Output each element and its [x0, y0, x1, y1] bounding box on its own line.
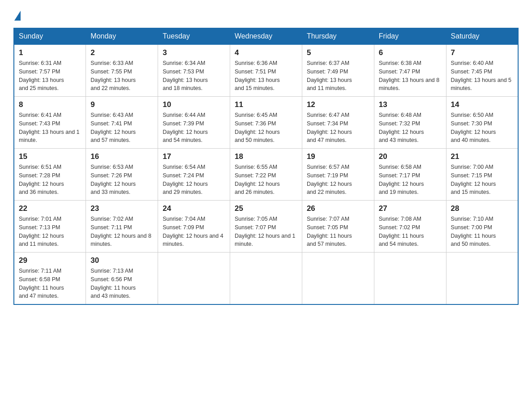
calendar-cell: 27Sunrise: 7:08 AMSunset: 7:02 PMDayligh…	[374, 201, 446, 253]
calendar-cell: 18Sunrise: 6:55 AMSunset: 7:22 PMDayligh…	[230, 149, 302, 201]
day-info: Sunrise: 6:43 AMSunset: 7:41 PMDaylight:…	[90, 111, 153, 145]
day-number: 2	[90, 48, 153, 57]
logo-triangle-icon	[14, 11, 21, 21]
calendar-cell: 2Sunrise: 6:33 AMSunset: 7:55 PMDaylight…	[86, 44, 158, 97]
week-row-1: 1Sunrise: 6:31 AMSunset: 7:57 PMDaylight…	[14, 44, 518, 97]
day-number: 21	[451, 152, 513, 161]
calendar-cell: 21Sunrise: 7:00 AMSunset: 7:15 PMDayligh…	[446, 149, 518, 201]
day-info: Sunrise: 7:13 AMSunset: 6:56 PMDaylight:…	[90, 267, 153, 300]
calendar-cell: 11Sunrise: 6:45 AMSunset: 7:36 PMDayligh…	[230, 97, 302, 149]
day-info: Sunrise: 6:54 AMSunset: 7:24 PMDaylight:…	[163, 163, 225, 197]
day-info: Sunrise: 6:33 AMSunset: 7:55 PMDaylight:…	[90, 59, 153, 93]
day-info: Sunrise: 6:48 AMSunset: 7:32 PMDaylight:…	[379, 111, 442, 145]
day-number: 10	[163, 100, 225, 109]
day-info: Sunrise: 6:41 AMSunset: 7:43 PMDaylight:…	[19, 111, 81, 145]
day-number: 4	[235, 48, 297, 57]
calendar-cell: 30Sunrise: 7:13 AMSunset: 6:56 PMDayligh…	[86, 253, 158, 305]
day-number: 25	[235, 204, 297, 213]
day-info: Sunrise: 6:31 AMSunset: 7:57 PMDaylight:…	[19, 59, 81, 93]
calendar-cell: 1Sunrise: 6:31 AMSunset: 7:57 PMDaylight…	[14, 44, 86, 97]
day-number: 20	[379, 152, 442, 161]
calendar-cell: 23Sunrise: 7:02 AMSunset: 7:11 PMDayligh…	[86, 201, 158, 253]
calendar-cell: 15Sunrise: 6:51 AMSunset: 7:28 PMDayligh…	[14, 149, 86, 201]
day-number: 23	[90, 204, 153, 213]
calendar-table: SundayMondayTuesdayWednesdayThursdayFrid…	[13, 28, 519, 305]
day-number: 14	[451, 100, 513, 109]
calendar-cell: 14Sunrise: 6:50 AMSunset: 7:30 PMDayligh…	[446, 97, 518, 149]
day-number: 18	[235, 152, 297, 161]
week-row-4: 22Sunrise: 7:01 AMSunset: 7:13 PMDayligh…	[14, 201, 518, 253]
calendar-cell: 6Sunrise: 6:38 AMSunset: 7:47 PMDaylight…	[374, 44, 446, 97]
day-number: 6	[379, 48, 442, 57]
days-header-row: SundayMondayTuesdayWednesdayThursdayFrid…	[14, 28, 518, 44]
day-info: Sunrise: 6:47 AMSunset: 7:34 PMDaylight:…	[307, 111, 369, 145]
day-info: Sunrise: 6:40 AMSunset: 7:45 PMDaylight:…	[451, 59, 513, 93]
calendar-cell	[230, 253, 302, 305]
day-number: 26	[307, 204, 369, 213]
day-number: 30	[90, 256, 153, 265]
day-info: Sunrise: 6:51 AMSunset: 7:28 PMDaylight:…	[19, 163, 81, 197]
day-info: Sunrise: 7:05 AMSunset: 7:07 PMDaylight:…	[235, 215, 297, 248]
calendar-cell	[302, 253, 374, 305]
day-number: 9	[90, 100, 153, 109]
calendar-cell: 10Sunrise: 6:44 AMSunset: 7:39 PMDayligh…	[158, 97, 230, 149]
week-row-2: 8Sunrise: 6:41 AMSunset: 7:43 PMDaylight…	[14, 97, 518, 149]
day-info: Sunrise: 6:34 AMSunset: 7:53 PMDaylight:…	[163, 59, 225, 93]
calendar-cell: 25Sunrise: 7:05 AMSunset: 7:07 PMDayligh…	[230, 201, 302, 253]
day-info: Sunrise: 6:53 AMSunset: 7:26 PMDaylight:…	[90, 163, 153, 197]
week-row-5: 29Sunrise: 7:11 AMSunset: 6:58 PMDayligh…	[14, 253, 518, 305]
calendar-cell: 5Sunrise: 6:37 AMSunset: 7:49 PMDaylight…	[302, 44, 374, 97]
calendar-cell: 29Sunrise: 7:11 AMSunset: 6:58 PMDayligh…	[14, 253, 86, 305]
calendar-cell: 12Sunrise: 6:47 AMSunset: 7:34 PMDayligh…	[302, 97, 374, 149]
calendar-cell: 4Sunrise: 6:36 AMSunset: 7:51 PMDaylight…	[230, 44, 302, 97]
day-info: Sunrise: 7:04 AMSunset: 7:09 PMDaylight:…	[163, 215, 225, 248]
calendar-cell	[374, 253, 446, 305]
day-info: Sunrise: 6:50 AMSunset: 7:30 PMDaylight:…	[451, 111, 513, 145]
day-info: Sunrise: 6:55 AMSunset: 7:22 PMDaylight:…	[235, 163, 297, 197]
day-info: Sunrise: 7:07 AMSunset: 7:05 PMDaylight:…	[307, 215, 369, 248]
day-number: 22	[19, 204, 81, 213]
day-info: Sunrise: 6:37 AMSunset: 7:49 PMDaylight:…	[307, 59, 369, 93]
day-info: Sunrise: 7:00 AMSunset: 7:15 PMDaylight:…	[451, 163, 513, 197]
week-row-3: 15Sunrise: 6:51 AMSunset: 7:28 PMDayligh…	[14, 149, 518, 201]
day-number: 5	[307, 48, 369, 57]
page-header	[13, 9, 519, 20]
calendar-cell: 8Sunrise: 6:41 AMSunset: 7:43 PMDaylight…	[14, 97, 86, 149]
day-number: 11	[235, 100, 297, 109]
day-number: 28	[451, 204, 513, 213]
day-info: Sunrise: 7:01 AMSunset: 7:13 PMDaylight:…	[19, 215, 81, 248]
day-info: Sunrise: 6:44 AMSunset: 7:39 PMDaylight:…	[163, 111, 225, 145]
calendar-cell: 28Sunrise: 7:10 AMSunset: 7:00 PMDayligh…	[446, 201, 518, 253]
day-info: Sunrise: 6:57 AMSunset: 7:19 PMDaylight:…	[307, 163, 369, 197]
day-number: 8	[19, 100, 81, 109]
day-header-monday: Monday	[86, 28, 158, 44]
day-header-wednesday: Wednesday	[230, 28, 302, 44]
calendar-cell: 7Sunrise: 6:40 AMSunset: 7:45 PMDaylight…	[446, 44, 518, 97]
calendar-cell: 22Sunrise: 7:01 AMSunset: 7:13 PMDayligh…	[14, 201, 86, 253]
day-info: Sunrise: 6:36 AMSunset: 7:51 PMDaylight:…	[235, 59, 297, 93]
calendar-cell: 3Sunrise: 6:34 AMSunset: 7:53 PMDaylight…	[158, 44, 230, 97]
day-number: 27	[379, 204, 442, 213]
day-number: 24	[163, 204, 225, 213]
calendar-cell: 16Sunrise: 6:53 AMSunset: 7:26 PMDayligh…	[86, 149, 158, 201]
day-number: 12	[307, 100, 369, 109]
day-info: Sunrise: 7:02 AMSunset: 7:11 PMDaylight:…	[90, 215, 153, 248]
day-number: 1	[19, 48, 81, 57]
day-number: 7	[451, 48, 513, 57]
day-number: 3	[163, 48, 225, 57]
day-header-friday: Friday	[374, 28, 446, 44]
calendar-cell: 26Sunrise: 7:07 AMSunset: 7:05 PMDayligh…	[302, 201, 374, 253]
calendar-cell: 13Sunrise: 6:48 AMSunset: 7:32 PMDayligh…	[374, 97, 446, 149]
day-number: 13	[379, 100, 442, 109]
calendar-cell	[446, 253, 518, 305]
day-header-saturday: Saturday	[446, 28, 518, 44]
day-header-sunday: Sunday	[14, 28, 86, 44]
day-info: Sunrise: 7:08 AMSunset: 7:02 PMDaylight:…	[379, 215, 442, 248]
day-header-tuesday: Tuesday	[158, 28, 230, 44]
day-number: 17	[163, 152, 225, 161]
day-number: 29	[19, 256, 81, 265]
calendar-cell: 19Sunrise: 6:57 AMSunset: 7:19 PMDayligh…	[302, 149, 374, 201]
calendar-cell: 24Sunrise: 7:04 AMSunset: 7:09 PMDayligh…	[158, 201, 230, 253]
day-info: Sunrise: 6:58 AMSunset: 7:17 PMDaylight:…	[379, 163, 442, 197]
calendar-cell: 20Sunrise: 6:58 AMSunset: 7:17 PMDayligh…	[374, 149, 446, 201]
